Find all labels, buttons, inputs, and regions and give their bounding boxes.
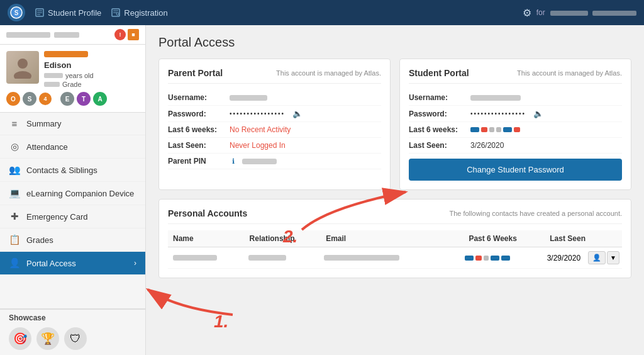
col-past6weeks-header: Past 6 Weeks bbox=[464, 234, 540, 243]
row-email-blurred bbox=[324, 255, 399, 261]
row-name-blurred bbox=[173, 255, 217, 261]
change-student-password-button[interactable]: Change Student Password bbox=[409, 159, 622, 181]
top-nav: S Student Profile Registration ⚙ for bbox=[0, 0, 644, 25]
emergency-icon: ✚ bbox=[9, 211, 20, 222]
row-action-user-btn[interactable]: 👤 bbox=[588, 251, 606, 264]
contacts-icon: 👥 bbox=[9, 164, 20, 176]
student-name: Edison bbox=[44, 60, 139, 70]
bar-6 bbox=[514, 127, 520, 132]
student-avatar bbox=[6, 51, 39, 84]
parent-portal-header: Parent Portal This account is managed by… bbox=[168, 68, 381, 84]
page-title: Portal Access bbox=[158, 35, 631, 50]
student-password-dots: •••••••••••••••• bbox=[470, 110, 526, 117]
registration-nav[interactable]: Registration bbox=[111, 8, 167, 18]
parent-last6weeks-value: No Recent Activity bbox=[230, 125, 291, 134]
sidebar-item-elearning[interactable]: 💻 eLearning Companion Device bbox=[0, 182, 145, 205]
parent-show-password-icon[interactable]: 🔈 bbox=[292, 109, 303, 118]
parent-pin-info-icon[interactable]: ℹ bbox=[232, 157, 235, 166]
showcase-section: Showcase 🎯 🏆 🛡 bbox=[0, 308, 145, 355]
student-lastseen-value: 3/26/2020 bbox=[470, 141, 504, 150]
row-action-dropdown-btn[interactable]: ▼ bbox=[607, 251, 619, 264]
settings-gear-icon[interactable]: ⚙ bbox=[523, 7, 531, 19]
badge-4: 4 bbox=[39, 93, 52, 105]
portal-cards-row: Parent Portal This account is managed by… bbox=[158, 59, 631, 190]
sidebar-item-contacts[interactable]: 👥 Contacts & Siblings bbox=[0, 159, 145, 182]
badge-e: E bbox=[60, 92, 74, 106]
elearning-label: eLearning Companion Device bbox=[26, 189, 134, 198]
student-grade: Grade bbox=[62, 81, 82, 88]
student-show-password-icon[interactable]: 🔈 bbox=[533, 109, 543, 118]
student-username-row: Username: bbox=[409, 90, 622, 106]
student-portal-title: Student Portal bbox=[409, 68, 469, 78]
student-portal-card: Student Portal This account is managed b… bbox=[399, 59, 631, 190]
col-lastseen-header: Last Seen bbox=[540, 234, 591, 243]
student-activity-bars bbox=[470, 127, 520, 132]
showcase-icon-2[interactable]: 🏆 bbox=[36, 327, 59, 350]
row-lastseen: 3/29/2020 bbox=[535, 254, 586, 262]
student-profile-nav[interactable]: Student Profile bbox=[35, 8, 101, 18]
student-lastseen-row: Last Seen: 3/26/2020 bbox=[409, 138, 622, 154]
parent-lastseen-row: Last Seen: Never Logged In bbox=[168, 138, 381, 154]
personal-accounts-card: Personal Accounts The following contacts… bbox=[158, 199, 631, 278]
bar-1 bbox=[470, 127, 479, 132]
sidebar-item-attendance[interactable]: ◎ Attendance bbox=[0, 135, 145, 159]
showcase-label: Showcase bbox=[0, 310, 145, 325]
svg-point-12 bbox=[14, 71, 31, 79]
parent-portal-subtitle: This account is managed by Atlas. bbox=[276, 69, 381, 77]
table-header-row: Name Relationship Email Past 6 Weeks Las… bbox=[168, 230, 622, 247]
parent-portal-card: Parent Portal This account is managed by… bbox=[158, 59, 391, 190]
sidebar-item-portal-access[interactable]: 👤 Portal Access › bbox=[0, 252, 145, 275]
main-layout: ! ■ Edison years old bbox=[0, 25, 644, 355]
registration-label: Registration bbox=[124, 8, 167, 18]
portal-label: Portal Access bbox=[26, 259, 76, 268]
portal-arrow-icon: › bbox=[134, 259, 136, 268]
grades-icon: 📋 bbox=[9, 234, 20, 245]
col-email-header: Email bbox=[321, 234, 464, 243]
app-logo[interactable]: S bbox=[8, 4, 25, 21]
badge-s: S bbox=[23, 92, 36, 106]
sidebar-item-summary[interactable]: ≡ Summary bbox=[0, 113, 145, 135]
bar-3 bbox=[489, 127, 494, 132]
row-past6weeks bbox=[460, 256, 535, 261]
student-last6weeks-label: Last 6 weeks: bbox=[409, 125, 465, 134]
personal-accounts-header: Personal Accounts The following contacts… bbox=[168, 208, 622, 224]
svg-point-9 bbox=[116, 13, 119, 15]
showcase-icon-3[interactable]: 🛡 bbox=[64, 327, 87, 350]
bar-5 bbox=[503, 127, 512, 132]
student-portal-header: Student Portal This account is managed b… bbox=[409, 68, 622, 84]
student-top-bar: ! ■ bbox=[0, 25, 145, 45]
badge-a: A bbox=[93, 92, 107, 106]
student-profile-label: Student Profile bbox=[48, 8, 101, 18]
parent-last6weeks-label: Last 6 weeks: bbox=[168, 125, 225, 134]
student-username-value bbox=[470, 95, 521, 101]
sidebar-item-emergency-card[interactable]: ✚ Emergency Card bbox=[0, 205, 145, 228]
parent-password-label: Password: bbox=[168, 110, 225, 118]
sidebar-item-grades[interactable]: 📋 Grades bbox=[0, 228, 145, 252]
attendance-icon: ◎ bbox=[9, 141, 20, 152]
row-action-buttons: 👤 ▼ bbox=[586, 251, 622, 264]
row-bar-4 bbox=[491, 256, 499, 261]
parent-portal-title: Parent Portal bbox=[168, 68, 223, 78]
showcase-icon-1[interactable]: 🎯 bbox=[9, 327, 31, 350]
student-meta: Edison years old Grade bbox=[44, 51, 139, 88]
parent-lastseen-value: Never Logged In bbox=[230, 141, 286, 150]
student-last6weeks-row: Last 6 weeks: bbox=[409, 122, 622, 138]
summary-label: Summary bbox=[26, 119, 62, 128]
row-relationship bbox=[243, 253, 319, 262]
row-email bbox=[319, 253, 460, 262]
parent-pin-value bbox=[242, 159, 277, 164]
bar-2 bbox=[481, 127, 487, 132]
badge-t: T bbox=[77, 92, 91, 106]
row-bar-3 bbox=[484, 256, 489, 261]
top-nav-right: ⚙ for bbox=[523, 7, 636, 19]
student-lastseen-label: Last Seen: bbox=[409, 141, 465, 150]
summary-icon: ≡ bbox=[9, 118, 20, 129]
square-badge: ■ bbox=[128, 29, 139, 40]
col-relationship-header: Relationship bbox=[245, 234, 321, 243]
showcase-icons: 🎯 🏆 🛡 bbox=[0, 325, 145, 355]
row-name bbox=[168, 253, 243, 262]
personal-accounts-title: Personal Accounts bbox=[168, 208, 247, 218]
row-bar-1 bbox=[465, 256, 474, 261]
parent-pin-row: Parent PIN ℹ bbox=[168, 154, 381, 169]
attendance-label: Attendance bbox=[26, 142, 68, 152]
